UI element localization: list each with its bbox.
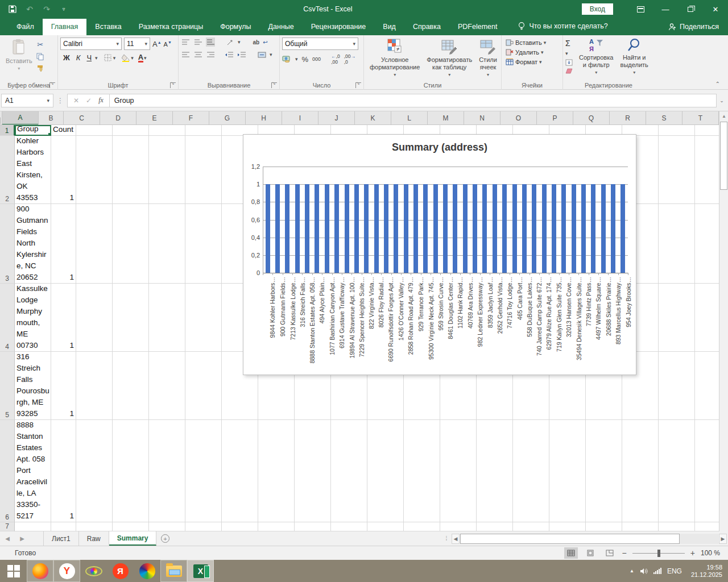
decrease-decimal-icon[interactable]: ,00→,0 (344, 53, 355, 65)
cell-J7[interactable] (331, 522, 367, 531)
align-right-icon[interactable] (206, 50, 215, 59)
cell-S1[interactable] (659, 125, 695, 136)
cell-R6[interactable] (622, 420, 659, 522)
find-select-button[interactable]: Найти и выделить▾ (617, 38, 652, 80)
vertical-scrollbar[interactable]: ▲ (719, 111, 728, 531)
font-name-combo[interactable]: Calibri▾ (60, 38, 122, 50)
cell-M6[interactable] (440, 420, 477, 522)
increase-indent-icon[interactable] (237, 50, 246, 59)
network-icon[interactable] (653, 568, 661, 574)
cell-G7[interactable] (222, 522, 258, 531)
clear-icon[interactable] (565, 68, 573, 74)
alignment-dialog-launcher[interactable] (271, 82, 277, 88)
cell-D1[interactable] (113, 125, 149, 136)
cell-T2[interactable] (695, 136, 719, 204)
ribbon-tab-вид[interactable]: Вид (374, 19, 404, 35)
cell-A4[interactable]: 7213 Kassulke Lodge Murphy mouth, ME 007… (15, 284, 51, 352)
save-icon[interactable] (8, 5, 17, 14)
firefox-icon[interactable] (27, 560, 53, 582)
font-size-combo[interactable]: 11▾ (124, 38, 150, 50)
cell-F2[interactable] (185, 136, 222, 204)
collapse-ribbon-icon[interactable]: ⌃ (715, 81, 720, 87)
horizontal-scroll-thumb[interactable] (460, 534, 680, 544)
column-header-L[interactable]: L (391, 111, 428, 125)
vertical-scroll-thumb[interactable] (720, 122, 727, 190)
ribbon-tab-главная[interactable]: Главная (43, 19, 87, 35)
tray-expand-icon[interactable]: ▲ (630, 568, 634, 573)
zoom-out-icon[interactable]: − (622, 548, 627, 558)
color-ball-icon[interactable] (134, 560, 160, 582)
column-header-N[interactable]: N (464, 111, 500, 125)
cell-Q6[interactable] (586, 420, 622, 522)
cell-F7[interactable] (185, 522, 222, 531)
ribbon-display-options-button[interactable] (628, 0, 653, 18)
cell-E7[interactable] (149, 522, 185, 531)
cell-I6[interactable] (295, 420, 331, 522)
cell-T5[interactable] (695, 352, 719, 420)
cell-E5[interactable] (149, 352, 185, 420)
cell-C5[interactable] (76, 352, 113, 420)
formula-bar-expand-icon[interactable]: ⌄ (717, 98, 727, 103)
ribbon-tab-разметка-страницы[interactable]: Разметка страницы (130, 19, 212, 35)
ribbon-tab-вставка[interactable]: Вставка (86, 19, 130, 35)
cell-G6[interactable] (222, 420, 258, 522)
new-sheet-button[interactable]: + (156, 531, 173, 546)
cell-L7[interactable] (404, 522, 440, 531)
minimize-button[interactable]: — (653, 0, 678, 18)
font-color-dropdown[interactable]: ▾ (144, 55, 147, 61)
column-header-H[interactable]: H (246, 111, 282, 125)
cell-S5[interactable] (659, 352, 695, 420)
format-as-table-button[interactable]: Форматировать как таблицу▾ (423, 38, 475, 80)
orientation-dropdown[interactable]: ▾ (238, 39, 241, 45)
sheet-nav-left-icon[interactable]: ◀ (0, 531, 15, 546)
column-header-O[interactable]: O (500, 111, 537, 125)
merge-center-icon[interactable] (257, 50, 266, 59)
borders-dropdown[interactable]: ▾ (113, 55, 116, 61)
copy-icon[interactable] (36, 52, 45, 61)
cell-S4[interactable] (659, 284, 695, 352)
column-header-K[interactable]: K (355, 111, 391, 125)
cell-C1[interactable] (76, 125, 113, 136)
column-header-I[interactable]: I (282, 111, 318, 125)
cell-J6[interactable] (331, 420, 367, 522)
cell-T6[interactable] (695, 420, 719, 522)
cell-T7[interactable] (695, 522, 719, 531)
decrease-indent-icon[interactable] (224, 50, 233, 59)
row-header-7[interactable]: 7 (0, 522, 15, 531)
wrap-text-icon[interactable]: ab (253, 39, 260, 45)
row-header-1[interactable]: 1 (0, 125, 15, 136)
ribbon-tab-pdfelement[interactable]: PDFelement (449, 19, 506, 35)
ribbon-tab-данные[interactable]: Данные (260, 19, 303, 35)
cell-K6[interactable] (367, 420, 404, 522)
eye-app-icon[interactable] (80, 560, 107, 582)
sheet-tab-raw[interactable]: Raw (79, 531, 109, 546)
underline-button[interactable]: Ч (84, 53, 94, 63)
cell-P6[interactable] (549, 420, 586, 522)
cell-styles-button[interactable]: Стили ячеек▾ (475, 38, 500, 80)
column-header-G[interactable]: G (209, 111, 246, 125)
number-dialog-launcher[interactable] (355, 82, 361, 88)
cell-D4[interactable] (113, 284, 149, 352)
sheet-tab-summary[interactable]: Summary (109, 531, 157, 546)
yandex-icon[interactable]: Я (107, 560, 134, 582)
align-bottom-icon[interactable] (206, 38, 215, 47)
cell-B6[interactable]: 1 (51, 420, 76, 522)
column-header-E[interactable]: E (136, 111, 173, 125)
cell-E3[interactable] (149, 204, 185, 284)
column-header-S[interactable]: S (646, 111, 682, 125)
column-header-Q[interactable]: Q (573, 111, 610, 125)
zoom-in-icon[interactable]: + (690, 548, 695, 558)
autosum-icon[interactable]: Σ ▾ (565, 39, 573, 57)
italic-button[interactable]: К (73, 53, 84, 63)
language-indicator[interactable]: ENG (667, 567, 682, 575)
cell-D5[interactable] (113, 352, 149, 420)
restore-button[interactable] (678, 0, 703, 18)
select-all-corner[interactable] (0, 111, 2, 125)
cell-A7[interactable] (15, 522, 51, 531)
cell-B7[interactable] (51, 522, 76, 531)
zoom-slider-thumb[interactable] (657, 550, 660, 557)
cell-B1[interactable]: Count (51, 125, 76, 136)
column-header-A[interactable]: A (2, 111, 39, 125)
cell-E2[interactable] (149, 136, 185, 204)
zoom-slider[interactable] (632, 553, 685, 554)
